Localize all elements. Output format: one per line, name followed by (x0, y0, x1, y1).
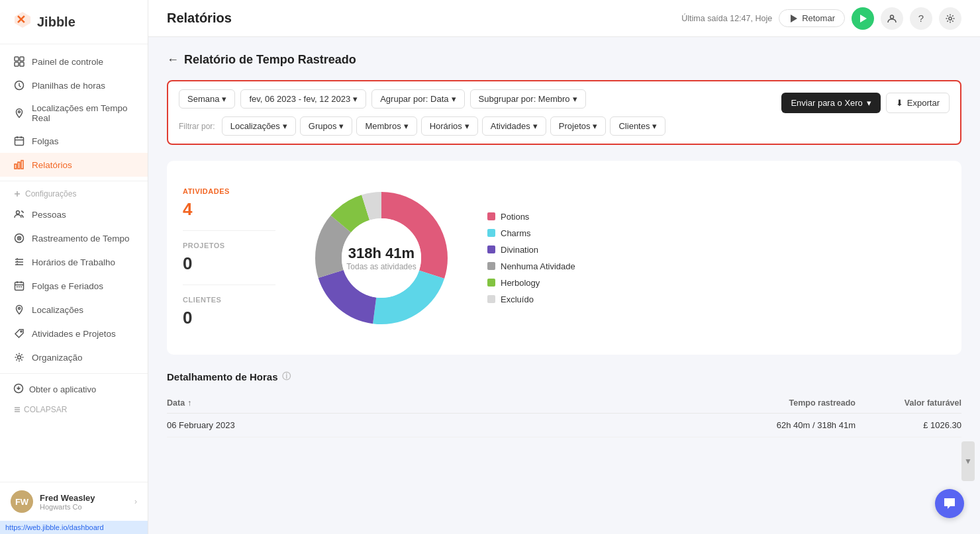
sidebar-item-label: Pessoas (32, 210, 66, 220)
sidebar-item-localizacoes-real[interactable]: Localizações em Tempo Real (0, 97, 148, 129)
projetos-label: PROJETOS (183, 242, 275, 249)
user-account-button[interactable] (881, 7, 903, 30)
header: Relatórios Última saída 12:47, Hoje Reto… (148, 0, 980, 37)
sidebar-item-label: Painel de controle (32, 57, 103, 67)
play-button[interactable] (852, 7, 874, 30)
sidebar-item-planilhas[interactable]: Planilhas de horas (0, 73, 148, 97)
info-icon: ⓘ (282, 371, 291, 382)
sidebar-item-folgas-feriados[interactable]: Folgas e Feriados (0, 274, 148, 298)
legend-dot-nenhuma (487, 262, 495, 270)
group-by-button[interactable]: Agrupar por: Data ▾ (371, 89, 464, 109)
chevron-down-icon: ▾ (452, 94, 456, 104)
download-icon (13, 383, 24, 396)
svg-rect-10 (18, 162, 20, 169)
sidebar-item-horarios[interactable]: Horários de Trabalho (0, 250, 148, 274)
donut-subtitle: Todas as atividades (346, 262, 416, 271)
sidebar-item-label: Relatórios (32, 160, 72, 170)
svg-rect-11 (21, 161, 23, 169)
sidebar-item-folgas[interactable]: Folgas (0, 129, 148, 153)
filter-grupos[interactable]: Grupos ▾ (300, 116, 353, 136)
svg-rect-5 (20, 62, 24, 66)
week-filter-button[interactable]: Semana ▾ (179, 89, 235, 109)
filter-membros[interactable]: Membros ▾ (356, 116, 416, 136)
back-arrow-button[interactable]: ← (167, 53, 179, 67)
sidebar-item-label: Horários de Trabalho (32, 257, 115, 267)
sidebar-item-pessoas[interactable]: Pessoas (0, 202, 148, 226)
sidebar-divider2 (0, 373, 148, 374)
filter-bar: Semana ▾ fev, 06 2023 - fev, 12 2023 ▾ A… (167, 80, 961, 145)
breadcrumb: ← Relatório de Tempo Rastreado (167, 53, 961, 67)
chevron-down-icon: ▾ (339, 121, 344, 131)
user-profile[interactable]: FW Fred Weasley Hogwarts Co › (0, 482, 148, 521)
chevron-down-icon: ▾ (652, 121, 657, 131)
sidebar-nav: Painel de controle Planilhas de horas Lo… (0, 44, 148, 482)
sidebar-item-label: Localizações em Tempo Real (32, 103, 134, 123)
sidebar-item-painel[interactable]: Painel de controle (0, 50, 148, 73)
filter-atividades[interactable]: Atividades ▾ (482, 116, 546, 136)
svg-rect-2 (15, 57, 19, 61)
logo-area[interactable]: ✕ Jibble (0, 0, 148, 44)
table-row: 06 February 2023 62h 40m / 318h 41m £ 10… (167, 414, 961, 437)
filter-localizacoes[interactable]: Localizações ▾ (222, 116, 296, 136)
row-date: 06 February 2023 (167, 420, 723, 430)
tag-icon (13, 328, 25, 339)
filter-row-1: Semana ▾ fev, 06 2023 - fev, 12 2023 ▾ A… (179, 89, 586, 109)
bottom-url: https://web.jibble.io/dashboard (0, 521, 148, 534)
date-range-button[interactable]: fev, 06 2023 - fev, 12 2023 ▾ (240, 89, 366, 109)
logo-text: Jibble (37, 15, 75, 30)
user-name: Fred Weasley (40, 493, 128, 503)
collapse-button[interactable]: COLAPSAR (0, 401, 148, 418)
play-filled-icon (858, 14, 867, 23)
xero-button[interactable]: Enviar para o Xero ▾ (781, 93, 880, 113)
donut-center: 318h 41m Todas as atividades (346, 245, 416, 271)
svg-text:✕: ✕ (16, 13, 26, 26)
legend-item-excluido: Excluído (487, 294, 575, 304)
clock-icon (13, 79, 25, 91)
legend-dot-herbology (487, 279, 495, 287)
filter-row-2: Filtrar por: Localizações ▾ Grupos ▾ Mem… (179, 116, 950, 136)
chevron-down-icon: ▾ (867, 98, 871, 108)
export-button[interactable]: ⬇ Exportar (886, 93, 950, 113)
sidebar-item-rastreamento[interactable]: Rastreamento de Tempo (0, 226, 148, 250)
chevron-right-icon: › (134, 497, 137, 506)
legend-dot-excluido (487, 295, 495, 303)
hour-breakdown-section: Detalhamento de Horas ⓘ Data ↑ Tempo ras… (167, 371, 961, 437)
chart-legend: Potions Charms Divination Nenhuma Ativid… (487, 212, 575, 304)
sidebar-item-label: Planilhas de horas (32, 81, 105, 91)
sidebar-item-localizacoes[interactable]: Localizações (0, 298, 148, 322)
sidebar-item-atividades[interactable]: Atividades e Projetos (0, 322, 148, 345)
retomar-button[interactable]: Retomar (779, 9, 845, 27)
filter-by-label: Filtrar por: (179, 122, 215, 131)
stat-clientes: CLIENTES 0 (183, 285, 275, 339)
svg-marker-22 (791, 15, 797, 22)
get-app-button[interactable]: Obter o aplicativo (0, 378, 148, 401)
sidebar-item-relatorios[interactable]: Relatórios (0, 153, 148, 177)
sidebar-item-label: Rastreamento de Tempo (32, 234, 130, 244)
svg-rect-9 (15, 164, 17, 169)
subgroup-by-button[interactable]: Subgrupar por: Membro ▾ (470, 89, 586, 109)
atividades-label: ATIVIDADES (183, 187, 275, 195)
chevron-down-icon: ▾ (283, 121, 287, 131)
filter-clientes[interactable]: Clientes ▾ (610, 116, 665, 136)
sidebar-item-organizacao[interactable]: Organização (0, 345, 148, 369)
avatar: FW (11, 490, 33, 513)
chevron-down-icon: ▾ (404, 121, 409, 131)
legend-item-potions: Potions (487, 212, 575, 222)
user-info: Fred Weasley Hogwarts Co (40, 493, 128, 511)
chat-button[interactable] (935, 489, 964, 518)
clientes-value: 0 (183, 308, 275, 328)
chevron-down-icon: ▾ (222, 94, 226, 104)
chevron-down-icon: ▾ (533, 121, 538, 131)
sidebar-item-label: Organização (32, 353, 83, 363)
chevron-down-icon: ▾ (465, 121, 469, 131)
content-area: ← Relatório de Tempo Rastreado Semana ▾ … (148, 37, 980, 534)
svg-point-12 (17, 211, 20, 214)
settings-button[interactable] (939, 7, 961, 30)
filter-projetos[interactable]: Projetos ▾ (550, 116, 607, 136)
svg-rect-17 (15, 283, 24, 290)
help-button[interactable]: ? (910, 7, 932, 30)
col-value-header: Valor faturável (856, 398, 961, 408)
calendar2-icon (13, 280, 25, 292)
stat-projetos: PROJETOS 0 (183, 231, 275, 285)
filter-horarios[interactable]: Horários ▾ (421, 116, 478, 136)
